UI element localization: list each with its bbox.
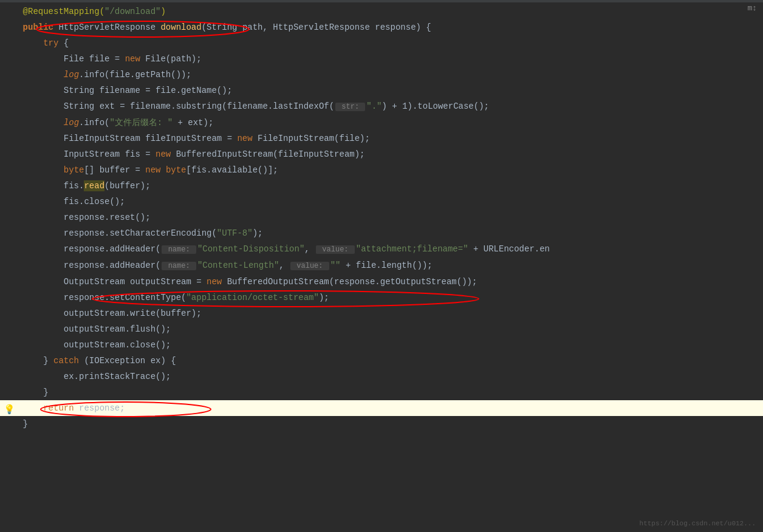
code-line-5: log.info(file.getPath());: [0, 67, 763, 83]
code-line-21: outputStream.flush();: [0, 321, 763, 337]
code-line-12: fis.read(buffer);: [0, 178, 763, 194]
code-line-7: String ext = filename.substring(filename…: [0, 98, 763, 115]
code-line-8: log.info("文件后缀名: " + ext);: [0, 115, 763, 131]
code-line-19: response.setContentType("application/oct…: [0, 290, 763, 305]
code-line-3: try {: [0, 35, 763, 51]
value-hint-1: value:: [316, 245, 355, 254]
code-line-16: response.addHeader( name: "Content-Dispo…: [0, 241, 763, 257]
code-line-23: } catch (IOException ex) {: [0, 353, 763, 369]
code-line-10: InputStream fis = new BufferedInputStrea…: [0, 146, 763, 162]
code-line-24: ex.printStackTrace();: [0, 369, 763, 384]
code-line-9: FileInputStream fileInputStream = new Fi…: [0, 131, 763, 146]
code-line-6: String filename = file.getName();: [0, 83, 763, 98]
code-line-2: public HttpServletResponse download(Stri…: [0, 19, 763, 35]
mc-badge: m↕: [747, 4, 757, 13]
code-line-11: byte[] buffer = new byte[fis.available()…: [0, 162, 763, 178]
code-line-25: }: [0, 384, 763, 400]
code-line-17: response.addHeader( name: "Content-Lengt…: [0, 257, 763, 274]
name-hint-1: name:: [162, 245, 196, 254]
code-line-15: response.setCharacterEncoding("UTF-8");: [0, 225, 763, 241]
code-line-26: 💡 return response;: [0, 400, 763, 416]
str-hint: str:: [335, 103, 365, 111]
code-line-20: outputStream.write(buffer);: [0, 305, 763, 321]
code-line-27: }: [0, 416, 763, 432]
code-editor: @RequestMapping("/download") public Http…: [0, 0, 763, 532]
code-area: @RequestMapping("/download") public Http…: [0, 2, 763, 434]
code-line-18: OutputStream outputStream = new Buffered…: [0, 274, 763, 290]
name-hint-2: name:: [162, 262, 196, 270]
value-hint-2: value:: [290, 262, 329, 270]
code-line-4: File file = new File(path);: [0, 51, 763, 67]
code-line-1: @RequestMapping("/download"): [0, 4, 763, 19]
watermark: https://blog.csdn.net/u012...: [640, 520, 756, 527]
code-line-22: outputStream.close();: [0, 337, 763, 353]
code-line-13: fis.close();: [0, 194, 763, 210]
code-line-14: response.reset();: [0, 210, 763, 225]
